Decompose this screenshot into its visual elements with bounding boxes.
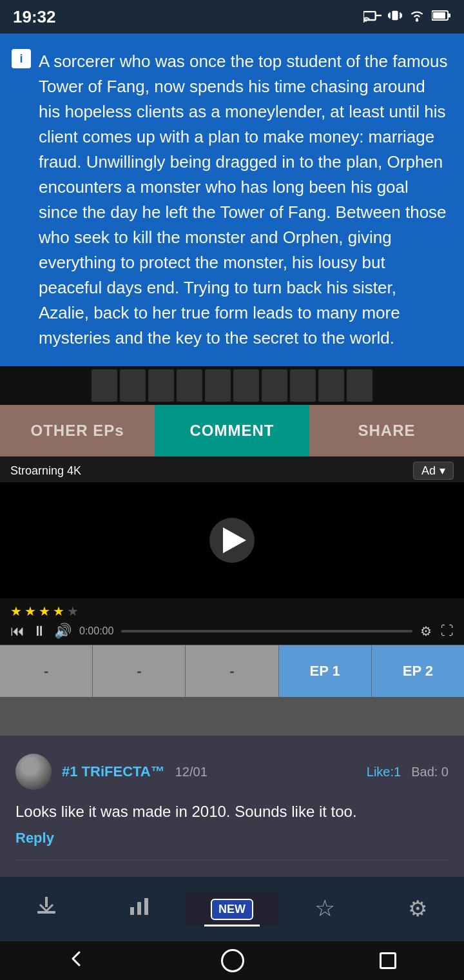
stars-row: ★ ★ ★ ★ ★ [10, 603, 454, 619]
comment-1-bad[interactable]: Bad: 0 [411, 765, 449, 779]
comment-1-reply[interactable]: Reply [15, 830, 54, 846]
download-icon [35, 894, 58, 923]
star-4[interactable]: ★ [53, 603, 64, 619]
description-text: A sorcerer who was once the top student … [39, 49, 449, 351]
new-badge: NEW [211, 899, 253, 920]
player-controls: ★ ★ ★ ★ ★ ⏮ ⏸ 🔊 0:00:00 ⚙ ⛶ [0, 598, 464, 645]
system-nav [0, 941, 464, 980]
comment-1-actions: Like:1 Bad: 0 [367, 765, 449, 779]
video-player[interactable] [0, 482, 464, 598]
nav-favorites[interactable]: ☆ [278, 888, 371, 930]
strip-cell-8 [290, 369, 316, 402]
strip-cell-6 [233, 369, 259, 402]
ad-chevron: ▾ [440, 464, 445, 478]
comment-1-username: #1 TRiFECTA™ [62, 763, 165, 780]
play-button[interactable] [209, 518, 255, 563]
svg-rect-13 [45, 897, 48, 907]
tab-share[interactable]: SHARE [309, 405, 464, 456]
comment-1-text: Looks like it was made in 2010. Sounds l… [15, 800, 449, 823]
tab-comment[interactable]: COMMENT [155, 405, 309, 456]
nav-trending[interactable] [93, 888, 186, 930]
status-time: 19:32 [13, 7, 56, 27]
strip-cell-7 [262, 369, 287, 402]
strip-cell-1 [92, 369, 117, 402]
nav-settings[interactable]: ⚙ [371, 889, 464, 929]
battery-icon [432, 10, 451, 24]
time-display: 0:00:00 [79, 625, 113, 637]
star-2[interactable]: ★ [24, 603, 36, 619]
video-strip [0, 366, 464, 405]
svg-rect-15 [137, 902, 141, 915]
trending-icon [128, 894, 151, 923]
svg-rect-14 [130, 907, 134, 915]
svg-rect-10 [433, 12, 445, 19]
tab-bar: OTHER EPs COMMENT SHARE [0, 405, 464, 456]
ep-dash-3[interactable]: - [186, 645, 278, 697]
rewind-icon[interactable]: ⏮ [10, 623, 24, 640]
fullscreen-icon[interactable]: ⛶ [441, 623, 454, 639]
star-5[interactable]: ★ [67, 603, 79, 619]
strip-cell-4 [177, 369, 202, 402]
svg-rect-3 [392, 10, 398, 20]
strip-cell-5 [205, 369, 231, 402]
svg-point-8 [416, 19, 418, 21]
system-recent-square [380, 952, 396, 969]
favorites-icon: ☆ [314, 895, 335, 922]
bottom-nav: NEW ☆ ⚙ [0, 877, 464, 941]
svg-rect-16 [144, 898, 148, 915]
episode-list: - - - EP 1 EP 2 [0, 645, 464, 697]
controls-left: ⏮ ⏸ 🔊 0:00:00 [10, 623, 113, 640]
system-back[interactable] [68, 950, 86, 972]
system-home-circle [221, 949, 244, 972]
controls-right: ⚙ ⛶ [420, 623, 454, 639]
cast-icon [363, 8, 382, 26]
progress-bar[interactable] [121, 630, 412, 632]
settings-video-icon[interactable]: ⚙ [420, 623, 432, 639]
system-home[interactable] [221, 949, 244, 972]
ep-dash-2[interactable]: - [93, 645, 186, 697]
settings-icon: ⚙ [408, 896, 427, 921]
comment-spacer [0, 697, 464, 736]
description-box: i A sorcerer who was once the top studen… [0, 34, 464, 366]
star-3[interactable]: ★ [39, 603, 50, 619]
volume-icon[interactable]: 🔊 [54, 623, 72, 640]
strip-cell-3 [148, 369, 174, 402]
comment-item-1: #1 TRiFECTA™ 12/01 Like:1 Bad: 0 Looks l… [15, 736, 449, 860]
pause-icon[interactable]: ⏸ [32, 623, 46, 640]
avatar-img-1 [15, 754, 52, 790]
play-icon [223, 527, 246, 553]
comment-1-like[interactable]: Like:1 [367, 765, 401, 779]
strip-cell-9 [318, 369, 344, 402]
wifi-icon [409, 9, 425, 25]
system-recent[interactable] [380, 952, 396, 969]
star-1[interactable]: ★ [10, 603, 22, 619]
nav-new[interactable]: NEW [186, 892, 278, 926]
player-header: Stroarning 4K Ad ▾ [0, 456, 464, 482]
comment-1-date: 12/01 [175, 765, 208, 779]
status-icons [363, 8, 451, 26]
controls-row: ⏮ ⏸ 🔊 0:00:00 ⚙ ⛶ [10, 623, 454, 640]
player-brand: Stroarning 4K [10, 464, 81, 478]
strip-cell-10 [347, 369, 372, 402]
status-bar: 19:32 [0, 0, 464, 34]
video-strip-inner [92, 369, 372, 402]
comment-1-meta: #1 TRiFECTA™ 12/01 [62, 763, 356, 780]
ep-dash-1[interactable]: - [0, 645, 93, 697]
svg-rect-11 [448, 14, 450, 17]
comment-1-avatar [15, 754, 52, 790]
ep-1[interactable]: EP 1 [279, 645, 372, 697]
vibrate-icon [388, 8, 402, 26]
info-badge: i [12, 49, 31, 68]
ad-badge[interactable]: Ad ▾ [413, 462, 454, 480]
nav-download[interactable] [0, 888, 93, 930]
player-section: Stroarning 4K Ad ▾ ★ ★ ★ ★ ★ ⏮ ⏸ 🔊 0:00:… [0, 456, 464, 645]
ep-2[interactable]: EP 2 [372, 645, 464, 697]
comment-1-header: #1 TRiFECTA™ 12/01 Like:1 Bad: 0 [15, 754, 449, 790]
ad-label: Ad [421, 464, 436, 478]
strip-cell-2 [120, 369, 146, 402]
tab-other-eps[interactable]: OTHER EPs [0, 405, 155, 456]
